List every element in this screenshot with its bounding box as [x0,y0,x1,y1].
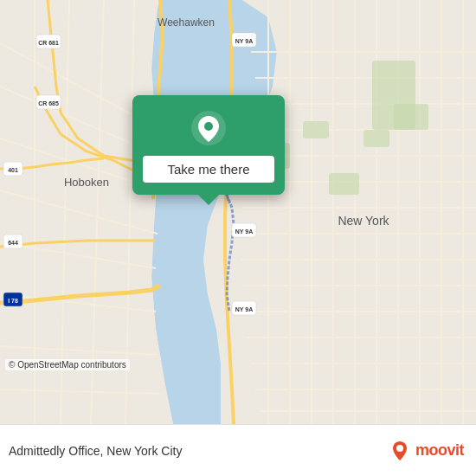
svg-rect-69 [394,104,428,130]
location-label: Admittedly Office, New York City [9,444,182,458]
svg-text:CR 685: CR 685 [38,100,59,106]
map-container[interactable]: NY 9A NY 9A NY 9A NY 9A NY 495 CR 681 CR… [0,0,476,424]
svg-point-72 [396,445,403,452]
osm-credit: © OpenStreetMap contributors [5,359,130,370]
svg-text:New York: New York [338,214,389,228]
svg-text:401: 401 [8,167,18,173]
take-me-there-button[interactable]: Take me there [143,156,274,183]
svg-rect-65 [303,121,329,138]
moovit-logo: moovit [388,439,464,463]
svg-text:Hoboken: Hoboken [64,176,109,189]
svg-text:NY 9A: NY 9A [235,306,254,312]
svg-text:CR 681: CR 681 [38,40,59,46]
moovit-brand-label: moovit [415,441,464,460]
moovit-pin-icon [388,439,412,463]
svg-text:NY 9A: NY 9A [235,38,254,44]
location-pin-icon [190,109,228,147]
svg-rect-67 [329,173,359,195]
svg-text:Weehawken: Weehawken [158,16,215,29]
svg-text:644: 644 [8,240,18,246]
svg-text:NY 9A: NY 9A [235,228,254,235]
svg-point-71 [204,122,213,131]
svg-text:I 78: I 78 [8,298,18,304]
svg-rect-68 [363,130,389,147]
bottom-bar: Admittedly Office, New York City moovit [0,424,476,476]
popup-card: Take me there [132,95,285,195]
